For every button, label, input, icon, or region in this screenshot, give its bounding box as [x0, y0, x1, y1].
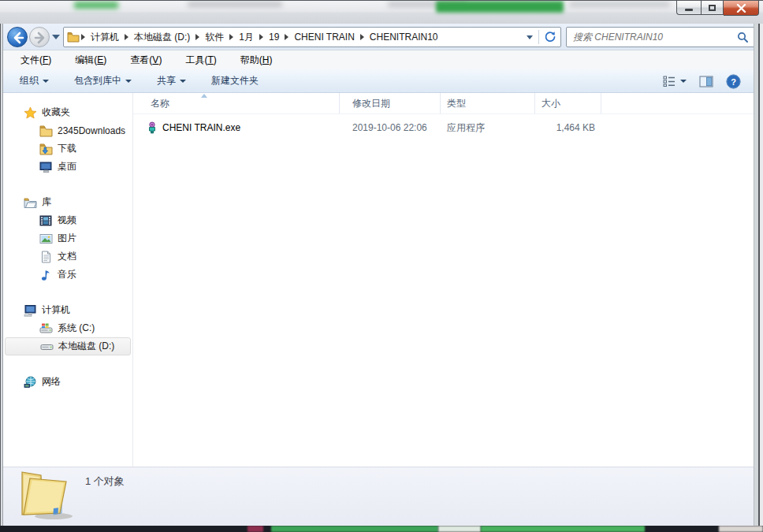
library-icon — [24, 196, 37, 209]
window-border-left[interactable] — [0, 24, 3, 526]
chevron-down-icon — [180, 80, 186, 83]
large-folder-icon — [13, 469, 76, 521]
file-name-cell[interactable]: CHENI TRAIN.exe — [133, 121, 340, 134]
back-button[interactable] — [7, 27, 28, 47]
search-icon[interactable] — [737, 32, 749, 43]
column-header-type[interactable]: 类型 — [441, 93, 535, 113]
glass-reflection — [569, 2, 670, 7]
item-label: 文档 — [58, 250, 76, 263]
exe-file-icon — [146, 121, 158, 134]
sidebar-item-system-c[interactable]: 系统 (C:) — [3, 319, 132, 337]
sidebar-item-videos[interactable]: 视频 — [3, 211, 132, 229]
download-folder-icon — [39, 143, 53, 155]
forward-button[interactable] — [29, 27, 50, 47]
file-list: 名称 修改日期 类型 大小 CHENI TRAIN.exe 2019-10-06… — [132, 93, 755, 467]
close-icon — [736, 4, 746, 13]
new-folder-button[interactable]: 新建文件夹 — [206, 72, 264, 90]
preview-pane-button[interactable] — [696, 73, 716, 90]
close-button[interactable] — [724, 1, 759, 16]
help-button[interactable]: ? — [723, 72, 744, 91]
breadcrumb-item[interactable]: CHENI TRAIN — [290, 32, 358, 43]
column-header-size[interactable]: 大小 — [535, 93, 601, 113]
file-name: CHENI TRAIN.exe — [162, 122, 240, 133]
item-label: 系统 (C:) — [58, 322, 95, 335]
breadcrumb-item[interactable]: 本地磁盘 (D:) — [130, 31, 194, 44]
menu-tools[interactable]: 工具(T) — [179, 52, 222, 69]
item-count: 1 个对象 — [85, 474, 125, 489]
item-label: 视频 — [58, 214, 76, 227]
window-border-bottom[interactable] — [0, 526, 763, 532]
back-icon — [8, 28, 28, 48]
navigation-pane: 收藏夹 2345Downloads 下载 — [3, 93, 132, 467]
menu-bar: 文件(F) 编辑(E) 查看(V) 工具(T) 帮助(H) — [3, 50, 755, 69]
sidebar-item-2345downloads[interactable]: 2345Downloads — [3, 121, 132, 140]
item-label: 本地磁盘 (D:) — [58, 340, 114, 353]
sidebar-section-libraries[interactable]: 库 — [3, 193, 132, 211]
breadcrumb-item[interactable]: 1月 — [235, 31, 258, 44]
menu-help[interactable]: 帮助(H) — [234, 52, 279, 69]
details-pane: 1 个对象 — [3, 467, 755, 526]
file-row[interactable]: CHENI TRAIN.exe 2019-10-06 22:06 应用程序 1,… — [133, 119, 755, 136]
desktop-icon — [39, 161, 53, 173]
computer-icon — [24, 304, 37, 317]
file-size-cell: 1,464 KB — [535, 122, 601, 133]
refresh-button[interactable] — [543, 30, 557, 44]
glass-reflection — [74, 2, 118, 9]
breadcrumb-separator-icon — [125, 34, 128, 40]
sidebar-item-local-disk-d[interactable]: 本地磁盘 (D:) — [5, 337, 131, 355]
change-view-button[interactable] — [660, 73, 690, 89]
include-in-library-button[interactable]: 包含到库中 — [69, 72, 137, 90]
recent-pages-dropdown[interactable] — [52, 35, 60, 39]
help-icon: ? — [726, 74, 741, 89]
sidebar-section-computer[interactable]: 计算机 — [3, 301, 132, 319]
organize-button[interactable]: 组织 — [14, 72, 54, 90]
chevron-down-icon — [680, 80, 687, 83]
folder-icon — [39, 125, 53, 137]
sort-ascending-icon — [201, 94, 207, 98]
item-label: 音乐 — [58, 268, 76, 281]
preview-pane-icon — [699, 76, 713, 87]
address-dropdown-icon[interactable] — [527, 35, 533, 39]
sidebar-item-documents[interactable]: 文档 — [3, 247, 132, 266]
folder-icon — [67, 32, 80, 43]
search-box[interactable] — [566, 27, 755, 47]
sidebar-section-network[interactable]: 网络 — [3, 373, 132, 391]
item-label: 下载 — [58, 142, 76, 155]
breadcrumb-item[interactable]: 计算机 — [87, 31, 123, 44]
breadcrumb-item[interactable]: 软件 — [201, 31, 228, 44]
star-icon — [24, 106, 37, 119]
column-header-date[interactable]: 修改日期 — [340, 93, 441, 113]
address-bar[interactable]: 计算机 本地磁盘 (D:) 软件 1月 19 CHENI TRAIN CHENI… — [63, 27, 561, 47]
system-drive-icon — [39, 322, 53, 335]
menu-view[interactable]: 查看(V) — [124, 52, 168, 69]
chevron-down-icon — [43, 80, 49, 83]
menu-file[interactable]: 文件(F) — [14, 52, 58, 69]
window-border-right[interactable] — [754, 24, 763, 526]
breadcrumb-separator-icon — [195, 34, 199, 40]
minimize-button[interactable] — [676, 1, 701, 15]
divider — [538, 30, 539, 44]
breadcrumb-item[interactable]: CHENITRAIN10 — [366, 32, 442, 43]
section-label: 库 — [42, 195, 51, 209]
sidebar-item-music[interactable]: 音乐 — [3, 266, 132, 284]
sidebar-item-desktop[interactable]: 桌面 — [3, 158, 132, 176]
sidebar-section-favorites[interactable]: 收藏夹 — [3, 103, 132, 121]
views-icon — [663, 76, 676, 87]
sidebar-item-downloads[interactable]: 下载 — [3, 140, 132, 158]
maximize-button[interactable] — [701, 1, 724, 15]
forward-icon — [30, 28, 50, 48]
share-button[interactable]: 共享 — [151, 72, 192, 90]
menu-edit[interactable]: 编辑(E) — [69, 52, 113, 69]
chevron-down-icon — [125, 80, 132, 83]
item-label: 图片 — [58, 232, 76, 245]
glass-reflection — [436, 1, 564, 13]
sidebar-item-pictures[interactable]: 图片 — [3, 229, 132, 247]
search-input[interactable] — [573, 28, 731, 46]
breadcrumb-item[interactable]: 19 — [265, 32, 283, 43]
content-area: 收藏夹 2345Downloads 下载 — [3, 93, 755, 467]
picture-icon — [39, 233, 53, 245]
title-bar[interactable] — [0, 0, 763, 24]
svg-text:?: ? — [731, 76, 736, 86]
music-icon — [39, 269, 53, 281]
column-header-name[interactable]: 名称 — [133, 93, 340, 113]
